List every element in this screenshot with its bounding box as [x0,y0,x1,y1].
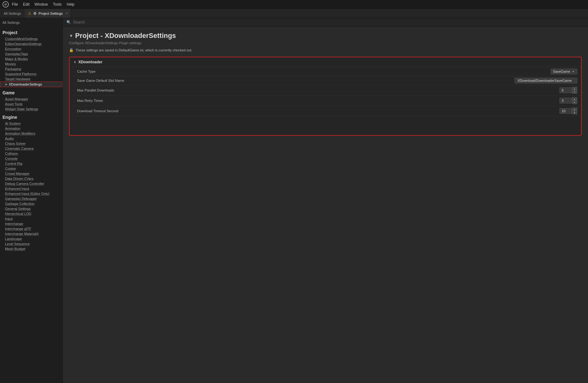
tab-bar: All Settings ⚠ ⚙ Project Settings × [0,9,588,18]
sidebar-item-general-settings[interactable]: General Settings [0,206,62,211]
sidebar-item-editorop[interactable]: EditorOperationSettings [0,41,62,46]
sidebar-item-crowd-manager[interactable]: Crowd Manager [0,171,62,176]
sidebar-item-data-driven-cvars[interactable]: Data Driven CVars [0,176,62,181]
sidebar-item-control-rig[interactable]: Control Rig [0,161,62,166]
search-input[interactable] [73,20,584,24]
cache-type-value: SaveGame [553,70,570,73]
panel-section-header[interactable]: ▼ XDownloader [70,57,581,67]
menu-edit[interactable]: Edit [23,2,29,7]
max-retry-control: 3 ▲ ▼ [559,97,577,104]
slot-name-label: Save Game Default Slot Name [77,79,515,82]
max-parallel-value[interactable]: 5 [559,87,572,93]
page-subtitle: Configure XDownloaderSettings Plugin set… [69,41,582,45]
sidebar-item-supported-platforms[interactable]: Supported Platforms [0,71,62,76]
sidebar-item-gameplay-debugger[interactable]: Gameplay Debugger [0,196,62,201]
sidebar-item-movies[interactable]: Movies [0,61,62,66]
sidebar-all-settings[interactable]: All Settings [0,18,62,27]
menu-file[interactable]: File [12,2,18,7]
content-inner: ▼ Project - XDownloaderSettings Configur… [63,27,588,146]
sidebar-item-landscape[interactable]: Landscape [0,236,62,241]
page-title-arrow: ▼ [69,33,73,38]
title-bar: U File Edit Window Tools Help [0,0,588,9]
max-parallel-label: Max Parallel Downloads [77,88,559,92]
max-parallel-number: 5 ▲ ▼ [559,87,577,94]
sidebar-item-chaos-solver[interactable]: Chaos Solver [0,141,62,146]
lock-icon: 🔒 [69,48,74,52]
sidebar-item-level-sequence[interactable]: Level Sequence [0,241,62,246]
tab-project-settings[interactable]: ⚠ ⚙ Project Settings × [25,9,71,18]
max-retry-number: 3 ▲ ▼ [559,97,577,104]
tab-all-settings[interactable]: All Settings [0,9,25,18]
cache-type-dropdown[interactable]: SaveGame ▼ [551,69,577,74]
panel-bottom-space [70,116,581,135]
sidebar-item-enhanced-input-editor[interactable]: Enhanced Input (Editor Only) [0,191,62,196]
sidebar-item-interchange-gltf[interactable]: Interchange gITF [0,226,62,231]
sidebar-item-maps[interactable]: Maps & Modes [0,56,62,61]
max-retry-value[interactable]: 3 [559,98,572,103]
sidebar-item-collision[interactable]: Collision [0,151,62,156]
sidebar-item-asset-manager[interactable]: Asset Manager [0,97,62,102]
timeout-number: 10 ▲ ▼ [559,108,577,114]
search-bar: 🔍 [63,18,588,27]
sidebar-item-hierarchical-lod[interactable]: Hierarchical LOD [0,211,62,216]
timeout-spinner: ▲ ▼ [572,108,577,114]
page-title-text: Project - XDownloaderSettings [75,32,176,40]
sidebar-item-packaging[interactable]: Packaging [0,66,62,71]
slot-name-control: XDownload/DownloaderSaveGame [515,78,577,83]
sidebar-item-ai-system[interactable]: AI System [0,121,62,126]
save-notice: 🔒 These settings are saved in DefaultGam… [69,48,582,52]
sidebar-item-target-hardware[interactable]: Target Hardware [0,76,62,81]
max-retry-up-button[interactable]: ▲ [572,97,577,101]
cache-type-control: SaveGame ▼ [551,69,577,74]
settings-row-slot-name: Save Game Default Slot Name XDownload/Do… [70,76,581,85]
main-layout: All Settings Project CustomMeshSettings … [0,18,588,383]
sidebar-item-animation-modifiers[interactable]: Animation Modifiers [0,131,62,136]
max-retry-label: Max Retry Times [77,99,559,102]
max-parallel-down-button[interactable]: ▼ [572,90,577,93]
timeout-label: Download Timeout Second [77,109,559,113]
panel-section-label: XDownloader [78,60,102,64]
sidebar-item-garbage-collection[interactable]: Garbage Collection [0,201,62,206]
timeout-down-button[interactable]: ▼ [572,111,577,114]
settings-row-timeout: Download Timeout Second 10 ▲ ▼ [70,106,581,116]
sidebar-item-debug-camera[interactable]: Debug Camera Controller [0,181,62,186]
max-parallel-spinner: ▲ ▼ [572,87,577,94]
sidebar-item-custommesh[interactable]: CustomMeshSettings [0,36,62,41]
sidebar-item-animation[interactable]: Animation [0,126,62,131]
tab-warning-icon: ⚠ [28,11,31,16]
sidebar-item-console[interactable]: Console [0,156,62,161]
sidebar-item-interchange-materialx[interactable]: Interchange MaterialX [0,231,62,236]
menu-window[interactable]: Window [34,2,48,7]
timeout-value[interactable]: 10 [559,108,572,114]
sidebar-item-audio[interactable]: Audio [0,136,62,141]
panel-arrow-icon: ▼ [73,60,76,64]
max-parallel-up-button[interactable]: ▲ [572,87,577,90]
max-retry-spinner: ▲ ▼ [572,97,577,104]
sidebar-item-enhanced-input[interactable]: Enhanced Input [0,186,62,191]
menu-tools[interactable]: Tools [53,2,62,7]
tab-close-button[interactable]: × [66,12,68,15]
sidebar-item-xdownloader[interactable]: ▶ XDownloaderSettings [0,81,62,87]
max-retry-down-button[interactable]: ▼ [572,101,577,104]
sidebar-item-input[interactable]: Input [0,216,62,221]
ue-logo: U [3,1,9,8]
slot-name-input[interactable]: XDownload/DownloaderSaveGame [515,78,577,83]
menu-help[interactable]: Help [67,2,75,7]
settings-row-max-parallel: Max Parallel Downloads 5 ▲ ▼ [70,85,581,96]
sidebar-section-engine: Engine [0,112,62,121]
sidebar-item-interchange[interactable]: Interchange [0,221,62,226]
max-parallel-control: 5 ▲ ▼ [559,87,577,94]
dropdown-chevron-icon: ▼ [572,70,575,73]
sidebar-item-gameplaytags[interactable]: GameplayTags [0,51,62,56]
sidebar-item-mesh-budget[interactable]: Mesh Budget [0,246,62,251]
sidebar-item-asset-tools[interactable]: Asset Tools [0,102,62,107]
sidebar-item-widget-state[interactable]: Widget State Settings [0,107,62,112]
sidebar-item-cinematic-camera[interactable]: Cinematic Camera [0,146,62,151]
sidebar-item-cooker[interactable]: Cooker [0,166,62,171]
sidebar-section-project: Project [0,27,62,36]
timeout-control: 10 ▲ ▼ [559,108,577,114]
search-icon: 🔍 [66,20,71,24]
content-area: 🔍 ▼ Project - XDownloaderSettings Config… [63,18,588,383]
timeout-up-button[interactable]: ▲ [572,108,577,111]
sidebar-item-encryption[interactable]: Encryption [0,46,62,51]
